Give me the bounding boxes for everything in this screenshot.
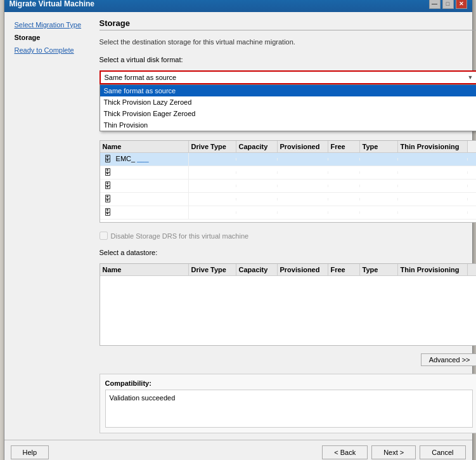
dropdown-option-3[interactable]: Thin Provision [100, 119, 477, 131]
vm-col-drive: Drive Type [189, 141, 236, 152]
row-provisioned [278, 185, 328, 187]
disk-format-select[interactable]: Same format as source ▼ [100, 70, 477, 84]
vm-col-name: Name [100, 141, 189, 152]
advanced-button[interactable]: Advanced >> [421, 353, 476, 366]
disk-format-dropdown[interactable]: Same format as source ▼ Same format as s… [100, 70, 477, 84]
row-free [328, 171, 360, 174]
help-button[interactable]: Help [11, 445, 49, 459]
row-drive [189, 211, 236, 214]
row-name-text: EMC_ [116, 155, 136, 162]
dropdown-option-1[interactable]: Thick Provision Lazy Zeroed [100, 96, 477, 108]
datastore-table-header: Name Drive Type Capacity Provisioned Fre… [100, 264, 477, 276]
row-free [328, 158, 360, 161]
section-title: Storage [100, 18, 477, 30]
row-provisioned [278, 171, 328, 174]
row-drive [189, 185, 236, 187]
cancel-button[interactable]: Cancel [420, 445, 465, 459]
row-provisioned [278, 198, 328, 200]
row-free [328, 198, 360, 200]
title-bar-buttons: — □ ✕ [429, 0, 467, 9]
bottom-bar: Help < Back Next > Cancel [4, 440, 472, 460]
row-provisioned [278, 211, 328, 214]
table-row[interactable]: 🗄 [100, 166, 477, 180]
row-type [360, 171, 398, 174]
close-button[interactable]: ✕ [456, 0, 467, 9]
bottom-left: Help [11, 445, 49, 459]
ds-col-type: Type [360, 264, 398, 275]
ds-col-provisioned: Provisioned [278, 264, 328, 275]
datastore-table: Name Drive Type Capacity Provisioned Fre… [100, 263, 477, 346]
ds-col-name: Name [100, 264, 189, 275]
vm-table-header: Name Drive Type Capacity Provisioned Fre… [100, 141, 477, 153]
minimize-button[interactable]: — [429, 0, 441, 9]
sidebar-item-ready[interactable]: Ready to Complete [11, 44, 93, 56]
row-name: 🗄 [100, 193, 189, 206]
row-capacity [236, 171, 278, 174]
bottom-right: < Back Next > Cancel [322, 445, 465, 459]
content-area: Select Migration Type Storage Ready to C… [4, 12, 472, 440]
row-type [360, 198, 398, 200]
row-name: 🗄 [100, 206, 189, 219]
row-free [328, 185, 360, 187]
db-icon: 🗄 [103, 181, 113, 191]
vm-table-body[interactable]: 🗄 EMC_ ___ 🗄 [100, 153, 477, 221]
dropdown-option-0[interactable]: Same format as source [100, 85, 477, 96]
compatibility-box: Validation succeeded [105, 390, 473, 428]
row-type [360, 185, 398, 187]
table-row[interactable]: 🗄 [100, 193, 477, 206]
maximize-button[interactable]: □ [442, 0, 454, 9]
compatibility-message: Validation succeeded [110, 394, 176, 402]
vm-col-type: Type [360, 141, 398, 152]
section-desc: Select the destination storage for this … [100, 38, 477, 46]
vm-col-free: Free [328, 141, 360, 152]
ds-col-drive: Drive Type [189, 264, 236, 275]
row-name: 🗄 [100, 166, 189, 179]
table-row[interactable]: 🗄 [100, 180, 477, 193]
title-bar: Migrate Virtual Machine — □ ✕ [4, 0, 472, 12]
db-icon: 🗄 [103, 194, 113, 204]
row-drive [189, 171, 236, 174]
advanced-row: Advanced >> [100, 353, 477, 366]
row-name-rest: ___ [137, 155, 148, 162]
sidebar-item-select-migration[interactable]: Select Migration Type [11, 18, 93, 31]
row-capacity [236, 185, 278, 187]
row-thin [398, 158, 468, 161]
row-capacity [236, 198, 278, 200]
db-icon: 🗄 [103, 168, 113, 178]
row-capacity [236, 158, 278, 161]
vm-col-provisioned: Provisioned [278, 141, 328, 152]
row-thin [398, 211, 468, 214]
compatibility-label: Compatibility: [105, 379, 473, 387]
disable-drs-checkbox[interactable] [100, 232, 108, 240]
scrollbar-spacer [468, 141, 477, 152]
table-row[interactable]: 🗄 [100, 206, 477, 220]
row-drive [189, 158, 236, 161]
row-type [360, 158, 398, 161]
main-window: Migrate Virtual Machine — □ ✕ Select Mig… [4, 0, 473, 460]
disable-drs-label: Disable Storage DRS for this virtual mac… [111, 232, 249, 240]
dropdown-option-2[interactable]: Thick Provision Eager Zeroed [100, 108, 477, 119]
window-title: Migrate Virtual Machine [10, 0, 94, 8]
row-name: 🗄 EMC_ ___ [100, 153, 189, 166]
back-button[interactable]: < Back [322, 445, 368, 459]
sidebar-item-storage: Storage [11, 31, 93, 44]
disk-format-value: Same format as source [105, 74, 468, 81]
db-icon: 🗄 [103, 207, 113, 218]
row-thin [398, 171, 468, 174]
table-row[interactable]: 🗄 EMC_ ___ [100, 153, 477, 166]
ds-col-free: Free [328, 264, 360, 275]
dropdown-arrow-icon: ▼ [468, 74, 473, 81]
vm-col-capacity: Capacity [236, 141, 278, 152]
row-name: 🗄 [100, 180, 189, 192]
vm-col-thin: Thin Provisioning [398, 141, 468, 152]
db-icon: 🗄 [103, 154, 113, 164]
disk-format-menu: Same format as source Thick Provision La… [100, 84, 477, 131]
row-drive [189, 198, 236, 200]
vm-table: Name Drive Type Capacity Provisioned Fre… [100, 140, 477, 223]
datastore-label: Select a datastore: [100, 249, 477, 256]
next-button[interactable]: Next > [371, 445, 416, 459]
right-panel: Storage Select the destination storage f… [100, 18, 477, 433]
compatibility-section: Compatibility: Validation succeeded [100, 374, 477, 433]
disable-drs-row: Disable Storage DRS for this virtual mac… [100, 232, 477, 240]
row-type [360, 211, 398, 214]
